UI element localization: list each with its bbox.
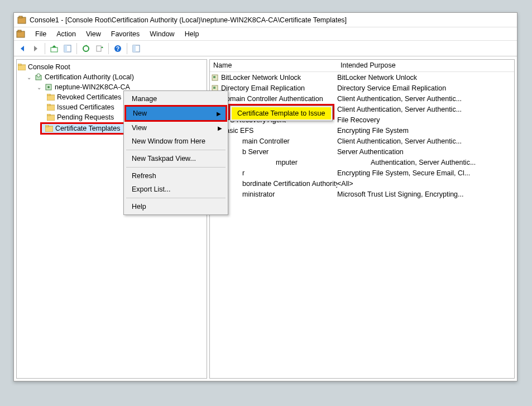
submenu-cert-template-issue[interactable]: Certificate Template to Issue [232,107,331,120]
svg-rect-1 [19,16,22,18]
svg-rect-22 [47,104,50,106]
folder-icon [18,64,26,70]
svg-rect-4 [51,47,57,52]
list-item[interactable]: BitLocker Network UnlockBitLocker Networ… [210,72,514,83]
tree-ca[interactable]: ⌄ Certification Authority (Local) [18,72,205,82]
ctx-refresh[interactable]: Refresh [125,169,227,183]
list-header: Name Intended Purpose [210,60,514,72]
svg-point-7 [83,46,89,51]
titlebar: Console1 - [Console Root\Certification A… [14,13,517,27]
svg-point-16 [37,74,40,77]
menu-action[interactable]: Action [52,29,80,39]
svg-rect-24 [47,114,50,116]
export-button[interactable] [93,42,106,55]
refresh-button[interactable] [80,42,92,55]
back-button[interactable] [16,42,28,55]
forward-button[interactable] [30,42,42,55]
highlight-red-tree: Certificate Templates [40,122,126,135]
folder-icon [47,114,55,121]
collapse-icon[interactable]: ⌄ [36,84,42,90]
svg-rect-20 [47,94,50,95]
highlight-red-submenu: Certificate Template to Issue [228,104,334,120]
server-icon [45,83,52,91]
menu-favorites[interactable]: Favorites [107,29,144,39]
tree-server-label: neptune-WIN2K8CA-CA [55,83,130,91]
ctx-new[interactable]: New ▶ [126,107,226,120]
svg-rect-8 [97,46,101,51]
list-item[interactable]: mputerAuthentication, Server Authentic..… [210,157,514,168]
list-item[interactable]: b ServerServer Authentication [210,146,514,157]
ca-icon [35,73,42,81]
menubar: File Action View Favorites Window Help [14,27,517,41]
col-name[interactable]: Name [210,60,337,71]
svg-point-18 [47,86,50,88]
svg-rect-0 [18,17,26,23]
tree-cert-templates-label: Certificate Templates [55,125,121,132]
menu-separator [126,150,226,150]
svg-rect-3 [18,30,21,32]
up-button[interactable] [48,42,60,55]
folder-open-icon [45,125,53,132]
ctx-help[interactable]: Help [125,200,227,213]
svg-rect-12 [133,45,136,52]
menu-separator [126,167,226,168]
tree-issued-label: Issued Certificates [57,103,114,111]
cert-template-icon [210,74,220,82]
highlight-red-new: New ▶ [124,105,227,122]
toolbar: ? [14,41,517,56]
tree-root-label: Console Root [28,63,70,71]
menu-help[interactable]: Help [180,29,204,39]
mmc-window: Console1 - [Console Root\Certification A… [13,12,517,381]
tree-ca-label: Certification Authority (Local) [45,73,134,81]
svg-text:?: ? [116,46,119,52]
svg-rect-2 [17,31,25,37]
menu-view[interactable]: View [82,29,106,39]
svg-rect-32 [213,87,215,89]
app-icon [17,16,26,25]
tree-pending-label: Pending Requests [57,113,114,121]
ctx-export[interactable]: Export List... [125,183,227,196]
submenu-arrow-icon: ▶ [217,111,221,117]
svg-rect-6 [64,45,67,52]
menu-file[interactable]: File [31,29,51,39]
window-title: Console1 - [Console Root\Certification A… [30,16,347,24]
list-item[interactable]: bordinate Certification Authority<All> [210,178,514,189]
list-item[interactable]: Basic EFSEncrypting File System [210,125,514,136]
folder-icon [47,94,55,101]
menu-separator [126,198,226,198]
svg-rect-30 [213,76,215,78]
help-button[interactable]: ? [112,42,124,55]
list-body: BitLocker Network UnlockBitLocker Networ… [210,72,514,199]
show-tree-button[interactable] [130,42,142,55]
list-item[interactable]: rEncrypting File System, Secure Email, C… [210,168,514,178]
ctx-manage[interactable]: Manage [125,92,227,106]
show-hide-button[interactable] [61,42,74,55]
list-item[interactable]: ministratorMicrosoft Trust List Signing,… [210,189,514,199]
context-menu: Manage New ▶ View▶ New Window from Here … [123,90,228,215]
svg-rect-28 [45,125,49,127]
ctx-view[interactable]: View▶ [125,121,227,135]
tree-root[interactable]: Console Root [18,62,205,72]
folder-icon [47,104,55,111]
tree-revoked-label: Revoked Certificates [57,93,121,101]
list-item[interactable]: Domain Controller AuthenticationClient A… [210,93,514,104]
tree-cert-templates[interactable]: Certificate Templates [42,124,124,133]
ctx-taskpad[interactable]: New Taskpad View... [125,152,227,165]
submenu-arrow-icon: ▶ [218,125,222,131]
submenu-new: Certificate Template to Issue [230,106,333,121]
list-item[interactable]: Directory Email ReplicationDirectory Ser… [210,83,514,93]
collapse-icon[interactable]: ⌄ [26,74,32,80]
ctx-new-window[interactable]: New Window from Here [125,135,227,148]
list-item[interactable]: main ControllerClient Authentication, Se… [210,136,514,146]
console-icon [16,30,25,39]
col-purpose[interactable]: Intended Purpose [337,60,514,71]
svg-rect-14 [18,64,21,65]
menu-window[interactable]: Window [145,29,179,39]
